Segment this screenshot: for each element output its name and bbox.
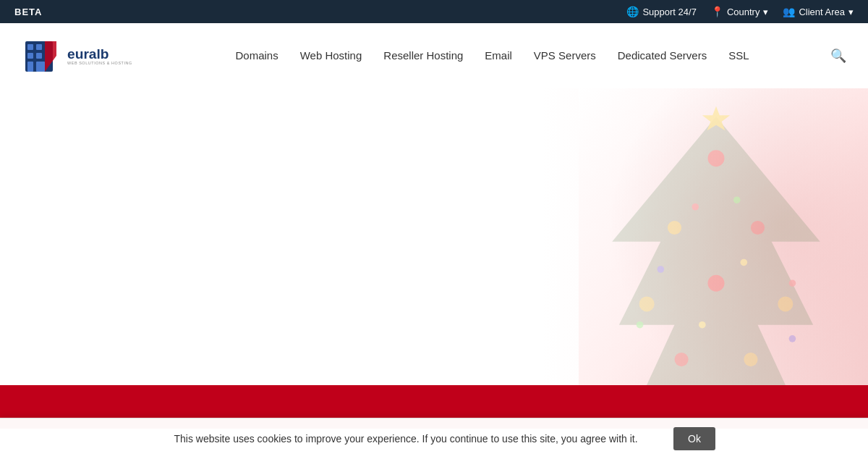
nav-link-domains[interactable]: Domains — [236, 49, 278, 62]
svg-point-16 — [778, 296, 793, 311]
hero-background — [542, 88, 868, 429]
svg-point-28 — [699, 321, 706, 329]
svg-point-14 — [639, 296, 655, 311]
svg-point-15 — [708, 275, 725, 292]
main-content — [0, 88, 868, 429]
client-area-link[interactable]: 👥 Client Area ▾ — [783, 6, 854, 17]
nav-item-dedicated-servers[interactable]: Dedicated Servers — [618, 49, 707, 62]
svg-point-21 — [692, 203, 699, 211]
logo[interactable]: euralb WEB SOLUTIONS & HOSTING — [22, 34, 154, 77]
logo-svg — [22, 34, 61, 77]
location-icon: 📍 — [711, 6, 723, 17]
support-link[interactable]: 🌐 Support 24/7 — [626, 6, 696, 17]
svg-rect-4 — [36, 53, 42, 59]
svg-rect-5 — [27, 62, 33, 72]
svg-point-18 — [744, 353, 757, 366]
christmas-decoration — [542, 103, 868, 429]
svg-point-23 — [658, 266, 665, 273]
svg-point-13 — [751, 221, 765, 235]
cookie-notice: This website uses cookies to improve you… — [0, 418, 868, 459]
svg-point-26 — [637, 321, 644, 329]
support-label: Support 24/7 — [642, 7, 696, 17]
chevron-down-icon-2: ▾ — [848, 7, 854, 17]
nav-bar: euralb WEB SOLUTIONS & HOSTING Domains W… — [0, 23, 868, 88]
nav-link-web-hosting[interactable]: Web Hosting — [300, 49, 362, 62]
svg-point-25 — [789, 279, 796, 287]
top-bar-right: 🌐 Support 24/7 📍 Country ▾ 👥 Client Area… — [626, 6, 854, 17]
nav-item-reseller-hosting[interactable]: Reseller Hosting — [383, 49, 463, 62]
nav-item-vps-servers[interactable]: VPS Servers — [534, 49, 596, 62]
svg-rect-6 — [36, 62, 45, 72]
svg-point-12 — [668, 221, 681, 235]
nav-item-email[interactable]: Email — [485, 49, 512, 62]
nav-item-ssl[interactable]: SSL — [728, 49, 749, 62]
svg-point-22 — [733, 196, 741, 203]
nav-item-domains[interactable]: Domains — [236, 49, 278, 62]
country-selector[interactable]: 📍 Country ▾ — [711, 6, 769, 17]
svg-point-11 — [708, 150, 725, 167]
svg-rect-1 — [27, 44, 33, 50]
svg-text:WEB SOLUTIONS & HOSTING: WEB SOLUTIONS & HOSTING — [67, 61, 132, 65]
chevron-down-icon: ▾ — [763, 7, 768, 17]
beta-label: BETA — [14, 7, 42, 17]
country-label: Country — [727, 7, 760, 17]
svg-text:euralb: euralb — [67, 46, 109, 62]
svg-point-17 — [675, 353, 689, 366]
cookie-message: This website uses cookies to improve you… — [153, 433, 659, 445]
svg-point-27 — [789, 335, 796, 342]
nav-link-dedicated-servers[interactable]: Dedicated Servers — [618, 49, 707, 62]
cookie-ok-button[interactable]: Ok — [673, 427, 715, 450]
nav-link-email[interactable]: Email — [485, 49, 512, 62]
support-icon: 🌐 — [626, 6, 639, 17]
client-area-label: Client Area — [799, 7, 845, 17]
nav-link-reseller-hosting[interactable]: Reseller Hosting — [383, 49, 463, 62]
nav-item-web-hosting[interactable]: Web Hosting — [300, 49, 362, 62]
search-icon[interactable]: 🔍 — [830, 48, 846, 64]
logo-text: euralb WEB SOLUTIONS & HOSTING — [67, 40, 154, 72]
nav-link-vps-servers[interactable]: VPS Servers — [534, 49, 596, 62]
users-icon: 👥 — [783, 6, 795, 17]
nav-links: Domains Web Hosting Reseller Hosting Ema… — [236, 49, 749, 62]
svg-rect-2 — [36, 44, 42, 50]
svg-rect-3 — [27, 53, 33, 59]
svg-point-24 — [741, 259, 748, 266]
top-bar: BETA 🌐 Support 24/7 📍 Country ▾ 👥 Client… — [0, 0, 868, 23]
nav-link-ssl[interactable]: SSL — [728, 49, 749, 62]
